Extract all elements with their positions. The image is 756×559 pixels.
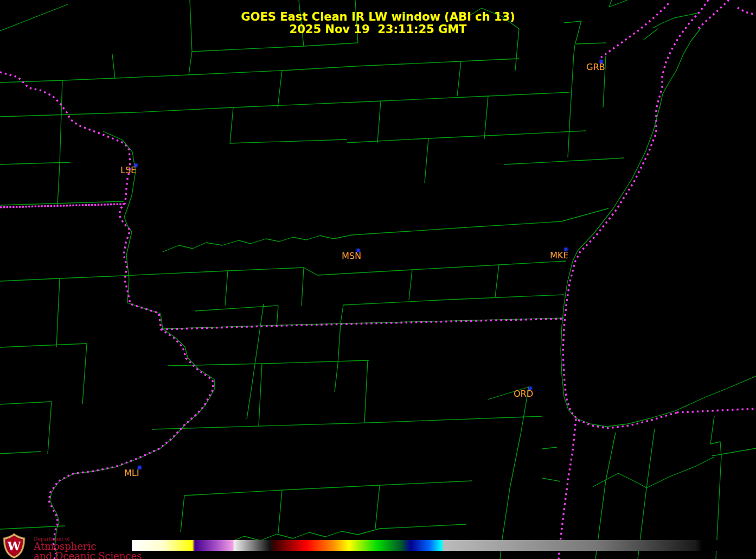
svg-text:W: W (7, 539, 21, 553)
ir-colorbar (132, 540, 756, 551)
map-canvas (0, 0, 756, 559)
logo-line-2: and Oceanic Sciences (34, 551, 142, 559)
border-il-in (559, 419, 576, 559)
shore-michigan-corner (738, 8, 756, 15)
station-label-MLI: MLI (124, 469, 139, 478)
uw-aos-logo: W Department of Atmospheric and Oceanic … (2, 533, 142, 559)
station-label-GRB: GRB (586, 63, 605, 72)
station-label-MSN: MSN (342, 252, 361, 261)
shore-lake-michigan-west (563, 76, 677, 428)
county-boundaries (0, 0, 756, 559)
station-label-MKE: MKE (550, 251, 568, 260)
border-wi-il (161, 319, 564, 329)
station-label-LSE: LSE (120, 166, 136, 175)
satellite-image-viewport: GOES East Clean IR LW window (ABI ch 13)… (0, 0, 756, 559)
station-label-ORD: ORD (514, 390, 533, 398)
shore-door-peninsula-west (662, 0, 708, 76)
shore-door-peninsula-east (699, 0, 729, 28)
uw-crest-icon: W (2, 533, 26, 559)
border-mississippi-river (0, 72, 213, 559)
state-borders (0, 0, 756, 559)
shore-green-bay-west (601, 1, 670, 58)
border-south-of-lake (677, 409, 756, 412)
